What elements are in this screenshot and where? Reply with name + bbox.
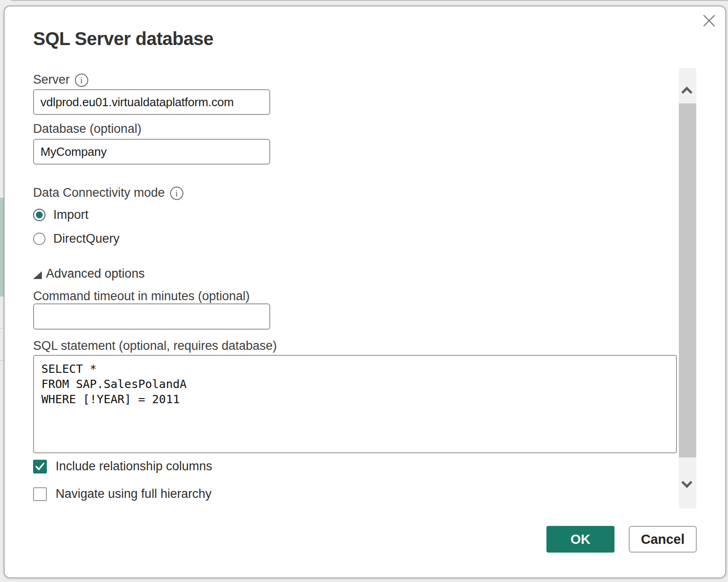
checkbox-navigate-full-hierarchy[interactable]: Navigate using full hierarchy [33, 487, 211, 501]
close-icon [702, 14, 716, 28]
sql-server-database-dialog: SQL Server database Server i Database (o… [4, 6, 726, 578]
sql-statement-label: SQL statement (optional, requires databa… [33, 339, 277, 353]
ok-button[interactable]: OK [546, 526, 614, 553]
checkbox-label[interactable]: Navigate using full hierarchy [56, 487, 211, 501]
server-label: Server i [33, 73, 88, 87]
radio-import-label[interactable]: Import [53, 208, 89, 222]
close-button[interactable] [699, 10, 720, 31]
radio-button-icon[interactable] [33, 209, 46, 221]
timeout-label-text: Command timeout in minutes (optional) [33, 289, 250, 303]
connectivity-mode-label: Data Connectivity mode i [33, 186, 183, 200]
info-icon[interactable]: i [170, 187, 183, 200]
radio-dot [36, 211, 43, 218]
info-icon[interactable]: i [75, 74, 88, 87]
background-edge-line [11, 0, 728, 1]
database-input[interactable] [33, 139, 270, 165]
advanced-options-label[interactable]: Advanced options [46, 267, 145, 281]
timeout-label: Command timeout in minutes (optional) [33, 289, 250, 303]
scrollbar-thumb[interactable] [679, 103, 696, 457]
radio-dot [36, 235, 43, 242]
advanced-options-toggle[interactable]: Advanced options [33, 267, 145, 281]
screen: SQL Server database Server i Database (o… [0, 0, 728, 582]
radio-button-icon[interactable] [33, 233, 46, 245]
database-label: Database (optional) [33, 122, 142, 136]
radio-directquery-label[interactable]: DirectQuery [53, 232, 119, 246]
scroll-down-icon[interactable] [681, 477, 692, 488]
sql-statement-label-text: SQL statement (optional, requires databa… [33, 339, 277, 353]
checkmark-icon [35, 462, 45, 471]
checkbox-icon[interactable] [33, 460, 47, 474]
checkbox-include-relationship-columns[interactable]: Include relationship columns [33, 459, 212, 474]
scroll-up-icon[interactable] [681, 86, 692, 97]
connectivity-mode-label-text: Data Connectivity mode [33, 186, 165, 200]
checkbox-label[interactable]: Include relationship columns [56, 459, 212, 474]
vertical-scrollbar[interactable] [679, 68, 696, 508]
sql-statement-input[interactable]: SELECT * FROM SAP.SalesPolandA WHERE [!Y… [33, 355, 677, 453]
checkbox-icon[interactable] [33, 487, 47, 501]
timeout-input[interactable] [33, 303, 270, 330]
dialog-title: SQL Server database [33, 29, 213, 49]
database-label-text: Database (optional) [33, 122, 142, 136]
collapse-triangle-icon [33, 271, 42, 279]
radio-directquery[interactable]: DirectQuery [33, 232, 119, 246]
server-input[interactable] [33, 89, 270, 115]
radio-import[interactable]: Import [33, 208, 89, 222]
server-label-text: Server [33, 73, 70, 87]
cancel-button[interactable]: Cancel [629, 526, 697, 553]
